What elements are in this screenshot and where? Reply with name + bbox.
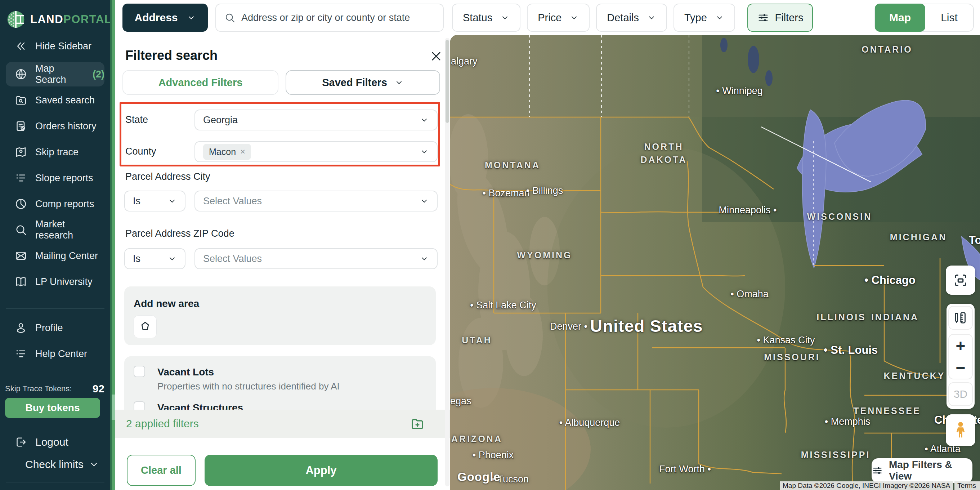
sidebar-nav: Map Search(2)Saved searchOrders historyS… <box>0 60 110 296</box>
panel-title: Filtered search <box>125 48 218 63</box>
sidebar-item-profile[interactable]: Profile <box>6 316 105 340</box>
values-placeholder: Select Values <box>203 196 415 207</box>
sidebar-item-label: Mailing Center <box>35 250 98 262</box>
search-icon <box>14 223 27 236</box>
county-select[interactable]: Macon× <box>194 141 438 162</box>
zoom-in-button[interactable]: + <box>949 335 972 357</box>
chevron-down-icon <box>167 254 177 263</box>
zip-values-select[interactable]: Select Values <box>194 248 438 269</box>
sidebar-item-label: Orders history <box>35 121 97 132</box>
filter-dropdowns: StatusPriceDetailsType <box>452 3 735 32</box>
buy-tokens-button[interactable]: Buy tokens <box>5 398 100 418</box>
sidebar-item-comp-reports[interactable]: Comp reports <box>6 192 105 216</box>
sidebar-item-label: Map Search <box>35 63 84 85</box>
toggle-list-button[interactable]: List <box>925 11 973 24</box>
terms-link[interactable]: Terms <box>955 481 980 490</box>
saved-filters-dropdown[interactable]: Saved Filters <box>286 70 440 95</box>
save-filter-icon[interactable] <box>409 415 426 432</box>
toggle-map-button[interactable]: Map <box>875 3 925 32</box>
tokens-label: Skip Trace Tokens: <box>5 384 72 393</box>
map-pin-icon <box>14 146 27 159</box>
saved-filters-label: Saved Filters <box>322 77 387 89</box>
clear-all-button[interactable]: Clear all <box>127 455 196 486</box>
sidebar-item-slope-reports[interactable]: Slope reports <box>6 166 105 190</box>
state-label: State <box>125 114 148 126</box>
pegman-button[interactable] <box>946 414 975 446</box>
apply-button[interactable]: Apply <box>205 455 438 486</box>
draw-polygon-button[interactable] <box>134 315 157 338</box>
sidebar-item-map-search[interactable]: Map Search(2) <box>6 62 105 86</box>
values-placeholder: Select Values <box>203 253 415 264</box>
dropdown-label: Type <box>684 12 707 24</box>
map-controls: + − 3D <box>947 304 975 409</box>
map-viewport[interactable]: algaryONTARIO• WinnipegNORTHDAKOTAMONTAN… <box>450 35 980 490</box>
chevron-down-icon <box>167 196 177 206</box>
sidebar-item-saved-search[interactable]: Saved search <box>6 88 105 112</box>
sidebar-divider <box>6 482 105 482</box>
type-dropdown[interactable]: Type <box>673 3 735 32</box>
details-dropdown[interactable]: Details <box>596 3 667 32</box>
sidebar-scrollbar[interactable] <box>110 0 115 490</box>
scrollbar-thumb[interactable] <box>111 395 115 420</box>
sidebar-item-lp-university[interactable]: LP University <box>6 269 105 294</box>
parcel-zip-label: Parcel Address ZIP Code <box>125 228 234 239</box>
search-type-dropdown[interactable]: Address <box>123 3 208 32</box>
city-values-select[interactable]: Select Values <box>194 191 438 212</box>
search-input[interactable] <box>241 12 435 24</box>
parcel-city-label: Parcel Address City <box>125 171 210 182</box>
search-icon <box>224 12 235 24</box>
check-limits-button[interactable]: Check limits <box>25 458 99 471</box>
book-icon <box>14 275 27 288</box>
add-new-area-card: Add new area <box>124 286 436 345</box>
capture-icon <box>952 272 969 289</box>
operator-value: Is <box>133 253 162 264</box>
advanced-filters-button[interactable]: Advanced Filters <box>123 70 278 95</box>
pegman-icon <box>951 420 970 440</box>
vacant-filters-card: Vacant LotsProperties with no structures… <box>124 356 436 418</box>
tokens-value: 92 <box>92 383 105 395</box>
filters-label: Filters <box>775 12 803 24</box>
map-filters-view-button[interactable]: Map Filters & View <box>872 458 972 483</box>
state-select[interactable]: Georgia <box>194 110 438 130</box>
capture-region-button[interactable] <box>946 266 975 295</box>
folder-search-icon <box>14 94 27 107</box>
sidebar-divider <box>6 309 105 309</box>
sidebar-item-help-center[interactable]: Help Center <box>6 342 105 366</box>
scrollbar-thumb[interactable] <box>445 40 449 123</box>
close-panel-icon[interactable] <box>429 49 443 63</box>
attribution-text: Map Data ©2026 Google, INEGI Imagery ©20… <box>780 481 953 490</box>
zoom-out-button[interactable]: − <box>949 357 972 379</box>
search-field <box>215 3 444 32</box>
map-satellite-image[interactable] <box>450 35 980 490</box>
checkbox[interactable] <box>134 366 145 377</box>
city-operator-select[interactable]: Is <box>124 191 186 212</box>
status-dropdown[interactable]: Status <box>452 3 520 32</box>
sidebar-item-label: Comp reports <box>35 199 94 210</box>
zip-operator-select[interactable]: Is <box>124 248 186 269</box>
map-list-toggle: Map List <box>875 3 974 32</box>
map-attribution: Map Data ©2026 Google, INEGI Imagery ©20… <box>780 481 980 490</box>
list-dots-icon <box>14 347 27 360</box>
sidebar-item-market-research[interactable]: Market research <box>6 218 105 242</box>
search-type-label: Address <box>134 11 178 24</box>
price-dropdown[interactable]: Price <box>527 3 590 32</box>
panel-footer: Clear all Apply <box>115 438 450 490</box>
chevron-down-icon <box>500 13 510 22</box>
checkbox-description: Properties with no structures identified… <box>158 381 436 392</box>
logout-button[interactable]: Logout <box>0 433 110 451</box>
3d-view-button[interactable]: 3D <box>948 382 973 406</box>
panel-scrollbar[interactable] <box>445 38 449 487</box>
sidebar-item-skip-trace[interactable]: Skip trace <box>6 140 105 164</box>
hide-sidebar-button[interactable]: Hide Sidebar <box>0 37 110 55</box>
map-filters-label: Map Filters & View <box>889 459 972 482</box>
sidebar-item-mailing-center[interactable]: Mailing Center <box>6 243 105 268</box>
check-limits-label: Check limits <box>25 458 84 471</box>
google-logo: Google <box>457 470 501 484</box>
chevron-down-icon <box>186 13 196 22</box>
remove-chip-icon[interactable]: × <box>240 146 245 157</box>
measure-button[interactable] <box>948 306 973 330</box>
filters-button[interactable]: Filters <box>747 3 813 32</box>
sidebar-item-orders-history[interactable]: Orders history <box>6 114 105 138</box>
polygon-icon <box>138 320 152 334</box>
logo: LANDPORTAL <box>6 10 111 30</box>
